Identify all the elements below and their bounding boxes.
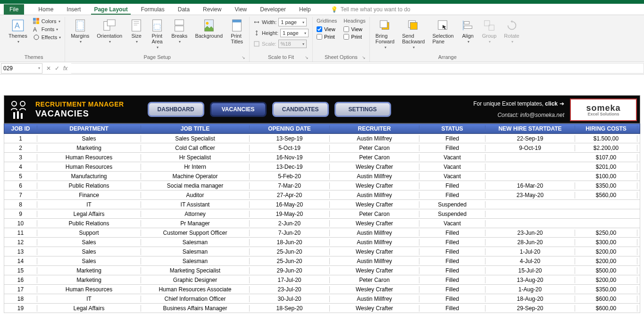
gridlines-print-check[interactable]: Print [317, 34, 337, 40]
scale-launcher-icon[interactable]: ↘ [305, 55, 309, 60]
cell-rec[interactable]: Austin Millfrey [330, 258, 419, 264]
cell-open[interactable]: 13-Dec-19 [250, 164, 330, 170]
cell-rec[interactable]: Wesley Crafter [330, 164, 419, 170]
cell-hire[interactable]: 23-May-20 [485, 192, 575, 198]
nav-candidates-button[interactable]: CANDIDATES [272, 102, 329, 117]
cell-title[interactable]: Chief Information Officer [141, 296, 250, 302]
cell-open[interactable]: 27-Apr-20 [250, 192, 330, 198]
cell-id[interactable]: 2 [4, 145, 37, 151]
cell-open[interactable]: 25-Jun-20 [250, 258, 330, 264]
cell-title[interactable]: Cold Call officer [141, 145, 250, 151]
table-row[interactable]: 8ITIT Assistant16-May-20Wesley CrafterSu… [4, 200, 640, 209]
cell-dept[interactable]: Marketing [37, 277, 141, 283]
cell-cost[interactable]: $200,00 [575, 248, 637, 255]
cell-hire[interactable]: 4-Jul-20 [485, 258, 575, 264]
table-row[interactable]: 10Public RelationsPr Manager2-Jun-20Wesl… [4, 219, 640, 228]
cell-rec[interactable]: Austin Millfrey [330, 296, 419, 302]
table-row[interactable]: 3Human ResourcesHr Specialist16-Nov-19Pe… [4, 153, 640, 162]
cell-hire[interactable]: 23-Jun-20 [485, 230, 575, 236]
nav-dashboard-button[interactable]: DASHBOARD [148, 102, 204, 117]
table-row[interactable]: 1SalesSales Specialist13-Sep-19Austin Mi… [4, 134, 640, 143]
table-row[interactable]: 17Human ResourcesHuman Resources Associa… [4, 285, 640, 294]
table-row[interactable]: 11SupportCustomer Support Officer7-Jun-2… [4, 228, 640, 238]
cell-hire[interactable]: 13-Aug-20 [485, 277, 575, 283]
cell-open[interactable]: 16-Nov-19 [250, 154, 330, 161]
cell-rec[interactable]: Peter Caron [330, 145, 419, 151]
cell-rec[interactable]: Wesley Crafter [330, 248, 419, 255]
cell-rec[interactable]: Peter Caron [330, 154, 419, 161]
cell-open[interactable]: 25-Jun-20 [250, 248, 330, 255]
enter-icon[interactable]: ✓ [55, 65, 59, 72]
selection-pane-button[interactable]: Selection Pane [430, 18, 455, 45]
cell-dept[interactable]: Public Relations [37, 220, 141, 227]
col-status[interactable]: STATUS [419, 125, 485, 132]
col-job-id[interactable]: JOB ID [4, 125, 37, 132]
cell-title[interactable]: Salesman [141, 258, 250, 264]
fx-button[interactable]: fx [63, 65, 67, 72]
cell-id[interactable]: 9 [4, 211, 37, 217]
cell-cost[interactable]: $250,00 [575, 230, 637, 236]
cell-title[interactable]: Graphic Designer [141, 277, 250, 283]
cell-hire[interactable]: 9-Oct-19 [485, 145, 575, 151]
table-row[interactable]: 15MarketingMarketing Specialist29-Jun-20… [4, 266, 640, 275]
cell-rec[interactable]: Peter Caron [330, 277, 419, 283]
cell-status[interactable]: Filled [419, 277, 485, 283]
cell-open[interactable]: 16-May-20 [250, 201, 330, 208]
cell-cost[interactable]: $107,00 [575, 154, 637, 161]
breaks-button[interactable]: Breaks▾ [169, 18, 189, 45]
cell-title[interactable]: Auditor [141, 192, 250, 198]
cell-id[interactable]: 19 [4, 305, 37, 312]
cell-hire[interactable]: 28-Jun-20 [485, 239, 575, 246]
tab-developer[interactable]: Developer [257, 4, 289, 15]
cell-id[interactable]: 10 [4, 220, 37, 227]
effects-button[interactable]: Effects▾ [33, 34, 61, 41]
table-row[interactable]: 16MarketingGraphic Designer17-Jul-20Pete… [4, 275, 640, 285]
cell-title[interactable]: Hr Intern [141, 164, 250, 170]
col-job-title[interactable]: JOB TITLE [141, 125, 250, 132]
cell-open[interactable]: 18-Jun-20 [250, 239, 330, 246]
cell-title[interactable]: Marketing Specialist [141, 267, 250, 274]
cell-id[interactable]: 11 [4, 230, 37, 236]
cell-rec[interactable]: Wesley Crafter [330, 201, 419, 208]
cell-status[interactable]: Filled [419, 192, 485, 198]
cell-status[interactable]: Filled [419, 248, 485, 255]
cell-dept[interactable]: Sales [37, 258, 141, 264]
cell-id[interactable]: 15 [4, 267, 37, 274]
cell-open[interactable]: 17-Jul-20 [250, 277, 330, 283]
cell-open[interactable]: 23-Jul-20 [250, 286, 330, 293]
cell-id[interactable]: 3 [4, 154, 37, 161]
cell-dept[interactable]: Public Relations [37, 182, 141, 189]
cell-cost[interactable]: $200,00 [575, 258, 637, 264]
margins-button[interactable]: Margins▾ [69, 18, 91, 45]
col-opening-date[interactable]: OPENING DATE [250, 125, 330, 132]
bring-forward-button[interactable]: Bring Forward▾ [374, 18, 396, 50]
cell-rec[interactable]: Wesley Crafter [330, 286, 419, 293]
cell-title[interactable]: Attorney [141, 211, 250, 217]
cell-open[interactable]: 7-Jun-20 [250, 230, 330, 236]
cell-dept[interactable]: Legal Affairs [37, 305, 141, 312]
cell-status[interactable]: Vacant [419, 154, 485, 161]
cell-status[interactable]: Filled [419, 145, 485, 151]
cell-dept[interactable]: Sales [37, 135, 141, 142]
cell-id[interactable]: 18 [4, 296, 37, 302]
headings-view-check[interactable]: View [343, 26, 365, 32]
cell-title[interactable]: Sales Specialist [141, 135, 250, 142]
cell-cost[interactable]: $201,00 [575, 164, 637, 170]
cell-rec[interactable]: Peter Caron [330, 211, 419, 217]
cell-hire[interactable]: 29-Sep-20 [485, 305, 575, 312]
cell-hire[interactable]: 1-Aug-20 [485, 286, 575, 293]
promo-link[interactable]: For unique Excel templates, click➔ [473, 100, 564, 107]
cell-dept[interactable]: Human Resources [37, 164, 141, 170]
cell-id[interactable]: 4 [4, 164, 37, 170]
cell-status[interactable]: Vacant [419, 220, 485, 227]
themes-button[interactable]: A Themes▾ [7, 18, 29, 45]
cell-status[interactable]: Vacant [419, 173, 485, 180]
cell-dept[interactable]: Marketing [37, 267, 141, 274]
cell-status[interactable]: Filled [419, 258, 485, 264]
size-button[interactable]: Size▾ [128, 18, 145, 45]
cell-cost[interactable]: $350,00 [575, 286, 637, 293]
cell-rec[interactable]: Austin Millfrey [330, 192, 419, 198]
cell-cost[interactable]: $2.200,00 [575, 145, 637, 151]
align-button[interactable]: Align▾ [460, 18, 477, 45]
table-row[interactable]: 2MarketingCold Call officer5-Oct-19Peter… [4, 143, 640, 153]
